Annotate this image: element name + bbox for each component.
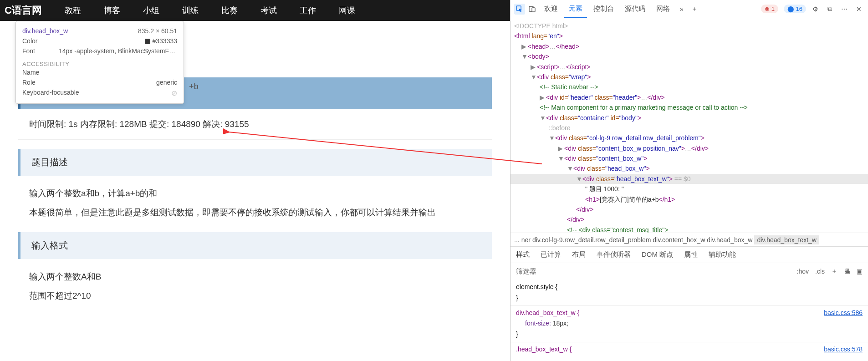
nav-item-work[interactable]: 工作: [300, 5, 316, 16]
nav-item-group[interactable]: 小组: [143, 5, 159, 16]
css-link[interactable]: basic.css:586: [824, 308, 863, 319]
tab-network[interactable]: 网络: [652, 0, 674, 18]
annotation-arrow: [223, 127, 551, 173]
device-icon[interactable]: [527, 4, 538, 15]
bc-more[interactable]: ...: [514, 236, 520, 244]
tab-welcome[interactable]: 欢迎: [540, 0, 562, 18]
hov-toggle[interactable]: :hov: [797, 268, 809, 275]
styles-tab-event[interactable]: 事件侦听器: [597, 250, 631, 259]
tooltip-role-value: generic: [156, 79, 177, 86]
print-icon[interactable]: 🖶: [844, 268, 850, 275]
devtools-panel: 欢迎 元素 控制台 源代码 网络 » ＋ ⊗ 1 ⬤ 16 ⚙ ⧉ ⋯ ✕ <!…: [510, 0, 868, 361]
not-focusable-icon: ⊘: [171, 89, 177, 97]
more-icon[interactable]: ⋯: [839, 4, 850, 15]
css-link[interactable]: basic.css:578: [824, 344, 863, 355]
styles-filter: :hov .cls ＋ 🖶 ▣: [511, 263, 868, 279]
styles-tab-style[interactable]: 样式: [516, 250, 530, 259]
tooltip-font-label: Font: [22, 47, 35, 55]
close-icon[interactable]: ✕: [853, 4, 864, 15]
styles-panel[interactable]: element.style { } div.head_box_text_w {b…: [511, 279, 868, 361]
error-badge[interactable]: ⊗ 1: [761, 5, 778, 13]
tooltip-color-label: Color: [22, 37, 37, 45]
tab-sources[interactable]: 源代码: [620, 0, 650, 18]
bc-item[interactable]: div.content_box_w: [653, 236, 705, 244]
input-line2: 范围不超过2^10: [29, 287, 481, 305]
desc-body: 输入两个整数a和b，计算a+b的和 本题很简单，但是注意此题是多组测试数据，即需…: [18, 176, 492, 232]
styles-tabs: 样式 已计算 布局 事件侦听器 DOM 断点 属性 辅助功能: [511, 246, 868, 263]
add-rule-icon[interactable]: ＋: [831, 267, 837, 275]
styles-tab-computed[interactable]: 已计算: [541, 250, 561, 259]
problem-content: 题目 1000: [竞赛入门]简单的a+b 时间限制: 1s 内存限制: 128…: [0, 77, 510, 315]
nav-item-contest[interactable]: 比赛: [221, 5, 238, 16]
nav-brand[interactable]: C语言网: [5, 4, 42, 17]
cls-toggle[interactable]: .cls: [815, 268, 825, 275]
nav-item-train[interactable]: 训练: [182, 5, 199, 16]
styles-tab-layout[interactable]: 布局: [572, 250, 586, 259]
add-tab-icon[interactable]: ＋: [689, 4, 700, 15]
page-content: C语言网 教程 博客 小组 训练 比赛 考试 工作 网课 +b div.head…: [0, 0, 510, 361]
styles-tab-a11y[interactable]: 辅助功能: [709, 250, 736, 259]
inspect-icon[interactable]: [514, 4, 525, 15]
more-tabs-icon[interactable]: »: [676, 4, 687, 15]
tooltip-name-label: Name: [22, 69, 39, 76]
bc-item[interactable]: div.head_box_w: [707, 236, 752, 244]
breadcrumb: ... ner div.col-lg-9.row_detail.row_deta…: [511, 233, 868, 246]
tooltip-color-value: #333333: [145, 37, 177, 45]
input-line1: 输入两个整数A和B: [29, 268, 481, 285]
svg-line-1: [229, 132, 542, 164]
bc-selected[interactable]: div.head_box_text_w: [754, 235, 819, 244]
navbar: C语言网 教程 博客 小组 训练 比赛 考试 工作 网课: [0, 0, 510, 21]
link-icon[interactable]: ⧉: [824, 4, 835, 15]
tooltip-dims: 835.2 × 60.51: [138, 27, 177, 35]
filter-input[interactable]: [516, 267, 797, 275]
nav-item-tutorial[interactable]: 教程: [65, 5, 81, 16]
styles-tab-props[interactable]: 属性: [684, 250, 698, 259]
nav-item-blog[interactable]: 博客: [104, 5, 120, 16]
tooltip-kf-label: Keyboard-focusable: [22, 89, 79, 97]
elements-tree[interactable]: <!DOCTYPE html> <html lang="en"> ▶<head>…: [511, 18, 868, 233]
tooltip-accessibility-head: ACCESSIBILITY: [22, 61, 177, 67]
tooltip-role-label: Role: [22, 79, 36, 86]
desc-line2: 本题很简单，但是注意此题是多组测试数据，即需要不停的接收系统的测试输入，你都可以…: [29, 204, 481, 221]
warn-badge[interactable]: ⬤ 16: [784, 5, 806, 13]
nav-item-course[interactable]: 网课: [339, 5, 355, 16]
styles-tab-dom[interactable]: DOM 断点: [642, 250, 673, 259]
selected-node[interactable]: ▼<div class="head_box_text_w"> == $0: [511, 174, 868, 184]
obscured-title-fragment: +b: [189, 82, 199, 92]
bc-item[interactable]: div.col-lg-9.row_detail.row_detail_probl…: [532, 236, 651, 244]
nav-item-exam[interactable]: 考试: [260, 5, 277, 16]
input-heading: 输入格式: [18, 232, 492, 259]
tooltip-selector: div.head_box_w: [22, 27, 68, 35]
input-body: 输入两个整数A和B 范围不超过2^10: [18, 259, 492, 315]
tooltip-font-value: 14px -apple-system, BlinkMacSystemFon...: [59, 47, 177, 55]
devtools-toolbar: 欢迎 元素 控制台 源代码 网络 » ＋ ⊗ 1 ⬤ 16 ⚙ ⧉ ⋯ ✕: [511, 0, 868, 18]
bc-item[interactable]: ner: [521, 236, 531, 244]
box-icon[interactable]: ▣: [857, 268, 863, 275]
svg-rect-4: [532, 8, 535, 12]
desc-line1: 输入两个整数a和b，计算a+b的和: [29, 185, 481, 202]
tab-console[interactable]: 控制台: [589, 0, 618, 18]
settings-icon[interactable]: ⚙: [810, 4, 821, 15]
tab-elements[interactable]: 元素: [564, 0, 587, 18]
element-inspect-tooltip: div.head_box_w 835.2 × 60.51 Color #3333…: [15, 21, 184, 104]
